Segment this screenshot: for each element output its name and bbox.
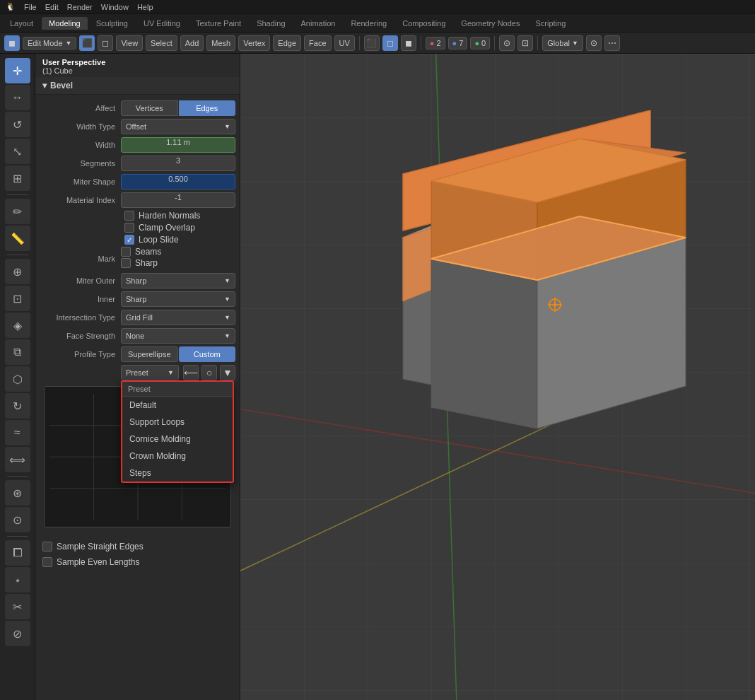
- sharp-checkbox[interactable]: [121, 258, 131, 268]
- tool-knife[interactable]: ✂: [5, 594, 30, 619]
- tab-layout[interactable]: Layout: [3, 17, 40, 30]
- toolbar-face-mode[interactable]: ◼: [401, 35, 416, 51]
- tool-shrink-fatten[interactable]: ⊛: [5, 480, 30, 506]
- menu-file[interactable]: File: [24, 3, 37, 11]
- toolbar-vertex-mode[interactable]: ⬛: [364, 35, 380, 51]
- tool-annotate[interactable]: ✏: [5, 199, 30, 224]
- object-name-label: (1) Cube: [42, 66, 233, 75]
- tab-sculpting[interactable]: Sculpting: [89, 17, 135, 30]
- toolbar-options-icon[interactable]: ⋯: [604, 35, 620, 51]
- tool-bisect[interactable]: ⊘: [5, 621, 30, 646]
- tool-cursor[interactable]: ✛: [5, 58, 30, 83]
- menu-logo[interactable]: 🐧: [6, 2, 16, 11]
- preset-dropdown-menu: Preset Default Support Loops Cornice Mol…: [121, 380, 234, 483]
- sample-straight-edges-checkbox[interactable]: [42, 542, 52, 552]
- tool-shear[interactable]: ⧠: [5, 540, 30, 566]
- profile-reset-btn[interactable]: ○: [201, 365, 217, 380]
- toolbar-edge-mode[interactable]: ◻: [382, 35, 398, 51]
- seams-checkbox[interactable]: [121, 247, 131, 257]
- tool-measure[interactable]: 📏: [5, 226, 30, 251]
- toolbar-edge-btn[interactable]: Edge: [273, 35, 301, 51]
- menu-window[interactable]: Window: [101, 3, 129, 11]
- preset-dropdown[interactable]: Preset ▼: [121, 365, 179, 380]
- profile-dropdown-btn[interactable]: ▼: [220, 365, 235, 380]
- face-strength-row: Face Strength None ▼: [40, 328, 235, 344]
- tool-rotate[interactable]: ↺: [5, 112, 30, 137]
- preset-cornice-molding[interactable]: Cornice Molding: [122, 431, 233, 448]
- bevel-title: Bevel: [50, 81, 73, 91]
- width-type-row: Width Type Offset ▼: [40, 119, 235, 134]
- toolbar-mesh-btn[interactable]: Mesh: [206, 35, 235, 51]
- intersection-type-dropdown[interactable]: Grid Fill ▼: [121, 310, 235, 325]
- toolbar-add-btn[interactable]: Add: [180, 35, 204, 51]
- tool-loopcut[interactable]: ⧉: [5, 339, 30, 365]
- miter-shape-label: Miter Shape: [40, 177, 121, 186]
- width-type-dropdown[interactable]: Offset ▼: [121, 119, 235, 134]
- toolbar-snapping-icon[interactable]: ⊙: [499, 35, 515, 51]
- menu-edit[interactable]: Edit: [45, 3, 59, 11]
- clamp-overlap-checkbox[interactable]: [124, 223, 134, 233]
- profile-prev-btn[interactable]: ⟵: [183, 365, 199, 380]
- toolbar-overlay-icon[interactable]: ⬛: [79, 35, 95, 51]
- material-index-input[interactable]: -1: [121, 192, 235, 208]
- tool-bevel[interactable]: ◈: [5, 313, 30, 338]
- tab-animation[interactable]: Animation: [294, 17, 343, 30]
- toolbar-view-btn[interactable]: View: [116, 35, 143, 51]
- tool-move[interactable]: ↔: [5, 85, 30, 110]
- preset-default[interactable]: Default: [122, 397, 233, 414]
- affect-vertices-btn[interactable]: Vertices: [121, 100, 178, 116]
- toolbar-xray-icon[interactable]: ◻: [98, 35, 113, 51]
- toolbar-snapping2-icon[interactable]: ⊡: [517, 35, 533, 51]
- preset-support-loops[interactable]: Support Loops: [122, 414, 233, 431]
- toolbar-uv-btn[interactable]: UV: [334, 35, 355, 51]
- tab-compositing[interactable]: Compositing: [395, 17, 452, 30]
- tool-polybuild[interactable]: ⬡: [5, 366, 30, 392]
- affect-edges-btn[interactable]: Edges: [179, 100, 236, 116]
- tab-uv-editing[interactable]: UV Editing: [136, 17, 187, 30]
- miter-outer-dropdown[interactable]: Sharp ▼: [121, 273, 235, 288]
- tool-edge-slide[interactable]: ⟺: [5, 447, 30, 472]
- loop-slide-checkbox[interactable]: ✓: [124, 235, 134, 245]
- face-strength-dropdown[interactable]: None ▼: [121, 328, 235, 344]
- menu-help[interactable]: Help: [137, 3, 153, 11]
- toolbar-global-btn[interactable]: Global▼: [542, 35, 583, 51]
- toolbar-vertex-btn[interactable]: Vertex: [238, 35, 270, 51]
- tab-shading[interactable]: Shading: [250, 17, 292, 30]
- tool-scale[interactable]: ⤡: [5, 139, 30, 164]
- segments-input[interactable]: 3: [121, 156, 235, 171]
- toolbar-select-btn[interactable]: Select: [146, 35, 177, 51]
- tool-transform[interactable]: ⊞: [5, 165, 30, 191]
- tool-smooth[interactable]: ≈: [5, 420, 30, 445]
- tool-push-pull[interactable]: ⊙: [5, 507, 30, 532]
- tab-rendering[interactable]: Rendering: [344, 17, 394, 30]
- sample-even-lengths-checkbox[interactable]: [42, 557, 52, 567]
- tab-texture-paint[interactable]: Texture Paint: [189, 17, 248, 30]
- tool-extrude[interactable]: ⊕: [5, 259, 30, 284]
- toolbar-face-btn[interactable]: Face: [304, 35, 331, 51]
- bevel-panel-header[interactable]: ▾ Bevel: [35, 77, 240, 95]
- tab-geometry-nodes[interactable]: Geometry Nodes: [454, 17, 527, 30]
- tool-vertex-rip[interactable]: ⋆: [5, 567, 30, 593]
- preset-crown-molding[interactable]: Crown Molding: [122, 448, 233, 465]
- toolbar-separator-4: [537, 36, 538, 50]
- miter-inner-dropdown[interactable]: Sharp ▼: [121, 291, 235, 307]
- tab-modeling[interactable]: Modeling: [42, 17, 88, 30]
- toolbar-edit-mode[interactable]: Edit Mode ▼: [23, 37, 76, 49]
- tab-scripting[interactable]: Scripting: [528, 17, 573, 30]
- toolbar-proportional-icon[interactable]: ⊙: [586, 35, 602, 51]
- viewport[interactable]: [240, 54, 755, 700]
- profile-superellipse-btn[interactable]: Superellipse: [121, 346, 178, 362]
- width-input[interactable]: 1.11 m: [121, 137, 235, 153]
- tool-separator-2: [7, 255, 28, 255]
- segments-label: Segments: [40, 159, 121, 168]
- preset-steps[interactable]: Steps: [122, 465, 233, 482]
- harden-normals-checkbox[interactable]: [124, 211, 134, 221]
- menu-render[interactable]: Render: [67, 3, 93, 11]
- profile-custom-btn[interactable]: Custom: [179, 346, 236, 362]
- toolbar-object-icon[interactable]: ◼: [4, 35, 20, 51]
- tool-inset[interactable]: ⊡: [5, 286, 30, 311]
- tool-spin[interactable]: ↻: [5, 393, 30, 419]
- loop-slide-label: Loop Slide: [139, 235, 179, 245]
- svg-marker-20: [431, 259, 537, 428]
- miter-shape-input[interactable]: 0.500: [121, 174, 235, 189]
